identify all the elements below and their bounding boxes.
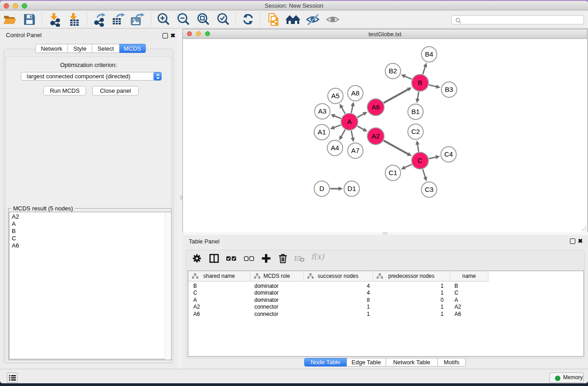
mcds-result-list[interactable]: A2ABCA6 <box>9 212 172 359</box>
app-titlebar: Session: New Session <box>0 1 588 10</box>
import-table-icon[interactable] <box>67 12 81 27</box>
select-all-rows-icon[interactable] <box>226 253 237 264</box>
table-row[interactable]: Cdominator41C <box>188 290 583 297</box>
graph-edge-A6-B[interactable] <box>384 89 409 103</box>
table-panel: Table Panel ✖ <box>183 235 588 369</box>
table-row[interactable]: Adominator80A <box>188 297 583 304</box>
duplicate-network-icon[interactable] <box>266 12 281 27</box>
graph-edge-B-B2[interactable] <box>404 76 412 79</box>
column-header-shared-name[interactable]: shared name <box>188 271 250 281</box>
graph-node-label-D: D <box>320 185 325 192</box>
graph-edge-C-C2[interactable] <box>417 144 419 152</box>
save-session-icon[interactable] <box>22 12 37 27</box>
tab-edge-table[interactable]: Edge Table <box>347 358 386 367</box>
screen: Session: New Session <box>0 0 588 386</box>
graph-edge-A-A5[interactable] <box>341 107 345 114</box>
search-input[interactable] <box>451 15 584 24</box>
graph-node-label-A3: A3 <box>318 107 326 115</box>
graph-edge-A-A7[interactable] <box>351 131 353 139</box>
tab-mcds[interactable]: MCDS <box>120 44 146 53</box>
network-canvas[interactable]: B4B2BB3A5A8A6B1A3AC2A1A2A4A7C4CC1C3DD1 <box>183 39 587 232</box>
add-column-icon[interactable] <box>261 253 272 264</box>
column-visibility-icon[interactable] <box>209 253 220 264</box>
result-list-item[interactable]: A <box>12 220 19 228</box>
memory-label: Memory <box>563 373 583 382</box>
graph-edge-A-A3[interactable] <box>334 116 341 119</box>
tab-style[interactable]: Style <box>68 44 92 53</box>
tab-network-table[interactable]: Network Table <box>386 358 438 367</box>
toolbar-separator <box>235 13 236 26</box>
main-area: Control Panel ✖ NetworkStyleSelectMCDS O… <box>0 29 588 369</box>
delete-table-icon[interactable] <box>294 253 305 264</box>
table-panel-float-button[interactable] <box>570 238 575 244</box>
window-resize-grip[interactable] <box>580 225 587 232</box>
graph-edge-A-A8[interactable] <box>351 105 353 113</box>
graph-edge-C-C3[interactable] <box>423 169 425 178</box>
zoom-out-icon[interactable] <box>176 12 191 27</box>
graph-edge-A-A6[interactable] <box>358 114 365 118</box>
export-table-icon[interactable] <box>111 12 125 27</box>
close-panel-button[interactable]: Close panel <box>92 86 139 95</box>
table-panel-body: f(x) shared nameMCDS rolesuccessor nodes… <box>186 250 585 358</box>
refresh-icon[interactable] <box>241 12 255 27</box>
table-row[interactable]: A6connector11A6 <box>188 311 583 318</box>
graph-node-label-C3: C3 <box>425 186 433 193</box>
tab-node-table[interactable]: Node Table <box>304 358 347 367</box>
graph-edge-B-B3[interactable] <box>429 85 437 87</box>
control-panel-tabs: NetworkStyleSelectMCDS <box>35 44 146 53</box>
graph-edge-B-B1[interactable] <box>417 92 419 100</box>
graph-node-label-A4: A4 <box>331 144 339 152</box>
zoom-fit-icon[interactable] <box>196 12 210 27</box>
graph-edge-A2-C[interactable] <box>384 141 409 155</box>
table-options-icon[interactable] <box>191 253 202 264</box>
first-neighbors-icon[interactable] <box>286 12 300 27</box>
result-list-item[interactable]: C <box>12 235 19 242</box>
export-network-icon[interactable] <box>92 12 106 27</box>
graph-edge-C-C4[interactable] <box>429 157 437 159</box>
graph-edge-arrow <box>436 85 440 89</box>
table-row[interactable]: A2connector11A2 <box>188 304 583 311</box>
table-cell: 1 <box>188 311 444 318</box>
graph-edge-B-B4[interactable] <box>423 66 425 74</box>
horizontal-splitter-handle[interactable] <box>383 232 387 234</box>
graph-node-label-D1: D1 <box>347 185 356 192</box>
control-panel-float-button[interactable] <box>163 33 168 38</box>
open-file-icon[interactable] <box>3 12 17 27</box>
graph-node-label-A1: A1 <box>318 128 326 136</box>
show-panels-button[interactable] <box>7 372 18 383</box>
delete-column-icon[interactable] <box>277 253 288 264</box>
graph-edge-A-A4[interactable] <box>341 130 345 138</box>
graph-node-label-B1: B1 <box>411 108 420 115</box>
table-row[interactable]: Bdominator41B <box>188 283 583 290</box>
graph-edge-A-A2[interactable] <box>358 126 365 130</box>
deselect-all-rows-icon[interactable] <box>244 253 254 264</box>
control-panel-close-button[interactable]: ✖ <box>170 33 176 38</box>
column-header-name[interactable]: name <box>450 271 489 281</box>
criterion-dropdown[interactable]: largest connected component (directed) <box>21 72 162 81</box>
zoom-selected-icon[interactable] <box>216 12 230 27</box>
result-list-item[interactable]: B <box>12 228 19 235</box>
column-header-successor-nodes[interactable]: successor nodes <box>304 271 373 281</box>
export-image-icon[interactable] <box>130 12 144 27</box>
tab-select[interactable]: Select <box>92 44 120 53</box>
import-network-icon[interactable] <box>48 12 62 27</box>
run-mcds-button[interactable]: Run MCDS <box>43 86 86 95</box>
result-list-scrollbar[interactable] <box>165 213 171 359</box>
graph-edge-A-A1[interactable] <box>333 125 341 128</box>
mcds-panel: Optimization criterion: largest connecte… <box>4 49 173 363</box>
function-builder-icon[interactable]: f(x) <box>311 252 324 261</box>
tab-motifs[interactable]: Motifs <box>438 358 466 367</box>
graph-edge-C-C1[interactable] <box>404 164 412 168</box>
memory-button[interactable]: Memory <box>550 372 583 383</box>
table-panel-close-button[interactable]: ✖ <box>578 238 583 244</box>
result-list-item[interactable]: A2 <box>12 213 19 220</box>
column-header-predecessor-nodes[interactable]: predecessor nodes <box>373 271 450 281</box>
column-header-MCDS-role[interactable]: MCDS role <box>250 271 304 281</box>
hide-selected-icon[interactable] <box>306 12 320 27</box>
tab-network[interactable]: Network <box>35 44 68 53</box>
zoom-in-icon[interactable] <box>156 12 171 27</box>
mcds-result-legend: MCDS result (5 nodes) <box>11 205 75 212</box>
result-list-item[interactable]: A6 <box>12 242 19 249</box>
graph-node-label-B2: B2 <box>389 67 397 75</box>
show-all-icon[interactable] <box>325 12 340 27</box>
